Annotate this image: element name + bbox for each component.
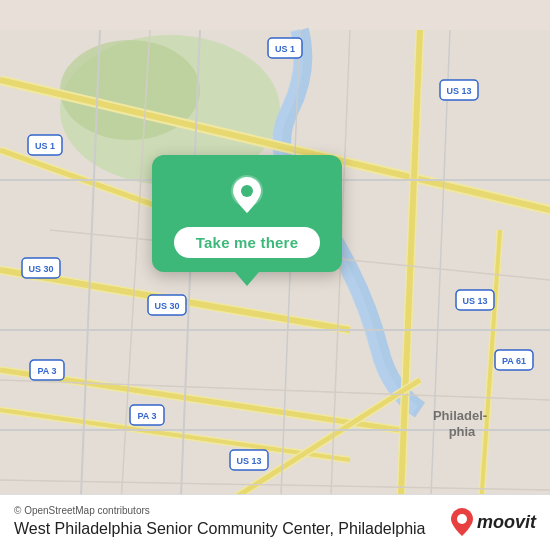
svg-text:US 13: US 13 <box>236 456 261 466</box>
popup-card: Take me there <box>152 155 342 272</box>
svg-text:phia: phia <box>449 424 476 439</box>
map-background: US 1 US 1 US 13 US 13 US 13 US 30 US 30 … <box>0 0 550 550</box>
moovit-brand-text: moovit <box>477 512 536 533</box>
svg-point-54 <box>241 185 253 197</box>
svg-text:PA 3: PA 3 <box>37 366 56 376</box>
svg-text:US 30: US 30 <box>154 301 179 311</box>
svg-text:US 1: US 1 <box>275 44 295 54</box>
svg-text:PA 61: PA 61 <box>502 356 526 366</box>
svg-text:US 13: US 13 <box>446 86 471 96</box>
svg-text:US 1: US 1 <box>35 141 55 151</box>
svg-text:Philadel-: Philadel- <box>433 408 487 423</box>
location-city: Philadelphia <box>338 520 425 537</box>
moovit-logo: moovit <box>451 508 536 536</box>
take-me-there-button[interactable]: Take me there <box>174 227 320 258</box>
location-pin-icon <box>225 173 269 217</box>
location-name: West Philadelphia Senior Community Cente… <box>14 520 334 537</box>
svg-point-55 <box>457 514 467 524</box>
map-container: US 1 US 1 US 13 US 13 US 13 US 30 US 30 … <box>0 0 550 550</box>
svg-text:US 30: US 30 <box>28 264 53 274</box>
svg-text:PA 3: PA 3 <box>137 411 156 421</box>
svg-text:US 13: US 13 <box>462 296 487 306</box>
moovit-pin-icon <box>451 508 473 536</box>
